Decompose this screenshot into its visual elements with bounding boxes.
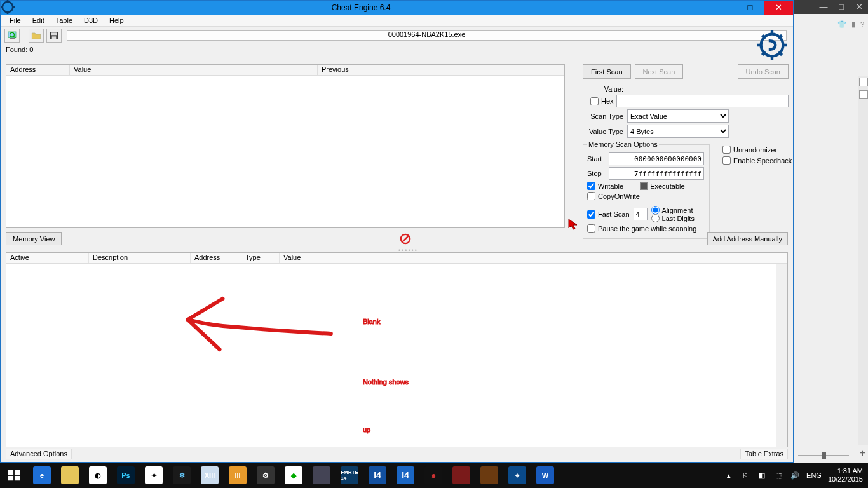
- advanced-options-button[interactable]: Advanced Options: [6, 449, 72, 459]
- minimize-button[interactable]: —: [707, 1, 736, 15]
- open-process-button[interactable]: [4, 29, 20, 43]
- taskbar-app-1[interactable]: ✦: [140, 463, 168, 488]
- bg-close-button[interactable]: ✕: [850, 0, 868, 14]
- col-address2[interactable]: Address: [191, 253, 241, 263]
- fastscan-value-input[interactable]: [634, 208, 648, 220]
- executable-checkbox[interactable]: [640, 182, 648, 190]
- user-icon[interactable]: ▮: [851, 20, 855, 29]
- col-description[interactable]: Description: [89, 253, 191, 263]
- open-file-button[interactable]: [29, 29, 44, 43]
- col-value2[interactable]: Value: [280, 253, 787, 263]
- taskbar-app-10[interactable]: [447, 463, 475, 488]
- bg-zoom-slider[interactable]: [798, 452, 849, 459]
- taskbar-app-5[interactable]: ⚙: [252, 463, 280, 488]
- start-input[interactable]: [609, 152, 704, 165]
- alignment-radio[interactable]: [651, 206, 660, 214]
- col-value[interactable]: Value: [70, 65, 318, 75]
- taskbar-app-7[interactable]: I4: [363, 463, 391, 488]
- hex-checkbox[interactable]: [590, 97, 599, 105]
- taskbar-fmrte[interactable]: FMRTE14: [336, 463, 363, 488]
- found-count: Found: 0: [1, 44, 793, 53]
- bg-rail-button-2[interactable]: [859, 90, 868, 99]
- scan-progress-bar: [67, 30, 787, 41]
- maximize-button[interactable]: □: [736, 1, 764, 15]
- hex-label: Hex: [601, 97, 614, 105]
- col-previous[interactable]: Previous: [318, 65, 564, 75]
- taskbar-app-4[interactable]: III: [224, 463, 252, 488]
- windows-taskbar[interactable]: e ◐ Ps ✦ ❄ XIII III ⚙ ◆ FMRTE14 I4 I4 ๑ …: [0, 463, 868, 488]
- svg-rect-11: [15, 470, 20, 475]
- scan-type-select[interactable]: Exact Value: [627, 109, 729, 123]
- svg-rect-5: [51, 32, 57, 35]
- fastscan-checkbox[interactable]: [587, 210, 595, 219]
- start-button[interactable]: [0, 463, 28, 488]
- memory-view-button[interactable]: Memory View: [6, 232, 62, 245]
- bg-rail-button-1[interactable]: [859, 78, 868, 86]
- taskbar-explorer[interactable]: [56, 463, 84, 488]
- save-button[interactable]: [46, 29, 62, 43]
- col-type[interactable]: Type: [241, 253, 280, 263]
- close-button[interactable]: ✕: [764, 1, 793, 15]
- undo-scan-button[interactable]: Undo Scan: [738, 64, 789, 79]
- tray-app-icon[interactable]: ◧: [757, 470, 767, 480]
- taskbar-cheatengine[interactable]: ⌖: [503, 463, 531, 488]
- tray-chevron-up-icon[interactable]: ▴: [724, 470, 734, 480]
- menu-file[interactable]: File: [4, 15, 26, 25]
- taskbar-photoshop[interactable]: Ps: [112, 463, 140, 488]
- help-icon[interactable]: ?: [860, 20, 864, 29]
- scan-results-list[interactable]: Address Value Previous: [6, 64, 565, 228]
- clear-list-button[interactable]: [400, 233, 411, 245]
- taskbar-chrome[interactable]: ◐: [84, 463, 112, 488]
- unrandomizer-checkbox[interactable]: [722, 146, 731, 154]
- app-icon[interactable]: [1, 0, 15, 15]
- alignment-label: Alignment: [662, 207, 693, 214]
- taskbar-sims[interactable]: ◆: [280, 463, 308, 488]
- bgwin-titlebar: — □ ✕: [794, 0, 868, 14]
- lastdigits-radio[interactable]: [651, 214, 660, 222]
- col-active[interactable]: Active: [6, 253, 89, 263]
- tray-action-center-icon[interactable]: ⚐: [740, 470, 750, 480]
- bg-toolbar-icons: 👕 ▮ ?: [837, 20, 864, 29]
- writable-checkbox[interactable]: [587, 182, 595, 190]
- address-list[interactable]: Active Description Address Type Value Bl…: [6, 252, 788, 447]
- tray-network-icon[interactable]: ⬚: [773, 470, 783, 480]
- background-window: — □ ✕ 👕 ▮ ? +: [794, 0, 868, 463]
- menu-bar: File Edit Table D3D Help: [1, 15, 793, 27]
- menu-table[interactable]: Table: [51, 15, 78, 25]
- value-input[interactable]: [616, 95, 789, 107]
- menu-help[interactable]: Help: [104, 15, 129, 25]
- taskbar-app-11[interactable]: [475, 463, 503, 488]
- taskbar-app-3[interactable]: XIII: [196, 463, 224, 488]
- taskbar-ie[interactable]: e: [28, 463, 56, 488]
- menu-edit[interactable]: Edit: [27, 15, 50, 25]
- bg-add-tab-button[interactable]: +: [860, 447, 865, 459]
- value-type-select[interactable]: 4 Bytes: [627, 125, 729, 138]
- tray-volume-icon[interactable]: 🔊: [790, 470, 800, 480]
- first-scan-button[interactable]: First Scan: [583, 64, 631, 79]
- shirt-icon[interactable]: 👕: [837, 20, 846, 29]
- taskbar-app-2[interactable]: ❄: [168, 463, 196, 488]
- taskbar-app-6[interactable]: [308, 463, 336, 488]
- pointer-icon[interactable]: [567, 218, 580, 231]
- titlebar[interactable]: Cheat Engine 6.4 — □ ✕: [1, 1, 793, 15]
- bg-maximize-button[interactable]: □: [832, 0, 850, 14]
- menu-d3d[interactable]: D3D: [79, 15, 103, 25]
- add-address-manually-button[interactable]: Add Address Manually: [707, 232, 788, 245]
- address-list-scrollbar[interactable]: [776, 264, 787, 447]
- col-address[interactable]: Address: [6, 65, 70, 75]
- next-scan-button[interactable]: Next Scan: [635, 64, 684, 79]
- svg-line-9: [402, 236, 409, 243]
- taskbar-word[interactable]: W: [531, 463, 559, 488]
- tray-language[interactable]: ENG: [806, 471, 822, 480]
- copyonwrite-checkbox[interactable]: [587, 192, 595, 200]
- taskbar-app-8[interactable]: I4: [391, 463, 419, 488]
- system-tray[interactable]: ▴ ⚐ ◧ ⬚ 🔊 ENG 1:31 AM 10/22/2015: [719, 463, 868, 488]
- bg-minimize-button[interactable]: —: [815, 0, 832, 14]
- executable-label: Executable: [650, 182, 684, 190]
- table-extras-button[interactable]: Table Extras: [740, 449, 788, 459]
- speedhack-checkbox[interactable]: [722, 156, 731, 165]
- window-title: Cheat Engine 6.4: [15, 3, 707, 12]
- tray-clock[interactable]: 1:31 AM 10/22/2015: [828, 467, 863, 484]
- taskbar-app-9[interactable]: ๑: [419, 463, 447, 488]
- stop-input[interactable]: [609, 167, 704, 180]
